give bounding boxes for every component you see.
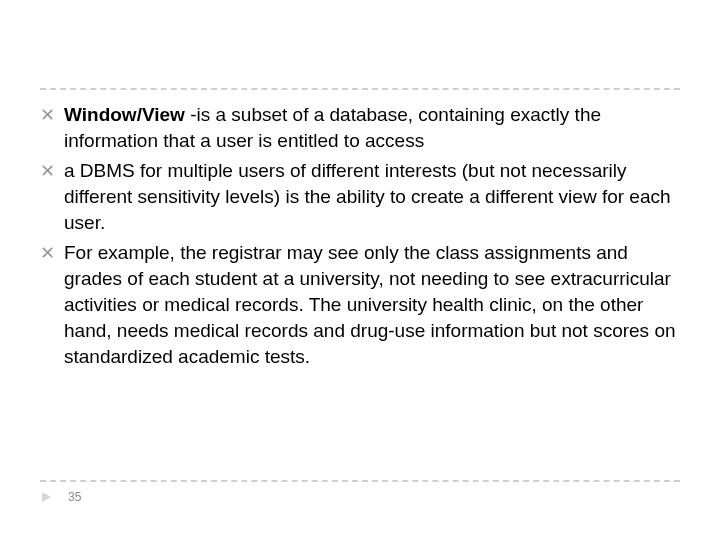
bullet-marker-icon: ✕ xyxy=(40,240,64,266)
page-number: 35 xyxy=(68,490,81,504)
list-item: ✕ For example, the registrar may see onl… xyxy=(40,240,680,370)
list-item-rest: For example, the registrar may see only … xyxy=(64,242,676,367)
divider-top xyxy=(40,88,680,90)
bullet-marker-icon: ✕ xyxy=(40,158,64,184)
page-arrow-icon xyxy=(42,492,51,502)
list-item: ✕ Window/View -is a subset of a database… xyxy=(40,102,680,154)
list-item-text: Window/View -is a subset of a database, … xyxy=(64,102,680,154)
list-item-bold-lead: Window/View xyxy=(64,104,190,125)
list-item-rest: a DBMS for multiple users of different i… xyxy=(64,160,671,233)
slide: ✕ Window/View -is a subset of a database… xyxy=(0,0,720,540)
content-area: ✕ Window/View -is a subset of a database… xyxy=(40,102,680,470)
list-item-text: For example, the registrar may see only … xyxy=(64,240,680,370)
list-item: ✕ a DBMS for multiple users of different… xyxy=(40,158,680,236)
divider-bottom xyxy=(40,480,680,482)
bullet-list: ✕ Window/View -is a subset of a database… xyxy=(40,102,680,370)
list-item-text: a DBMS for multiple users of different i… xyxy=(64,158,680,236)
bullet-marker-icon: ✕ xyxy=(40,102,64,128)
